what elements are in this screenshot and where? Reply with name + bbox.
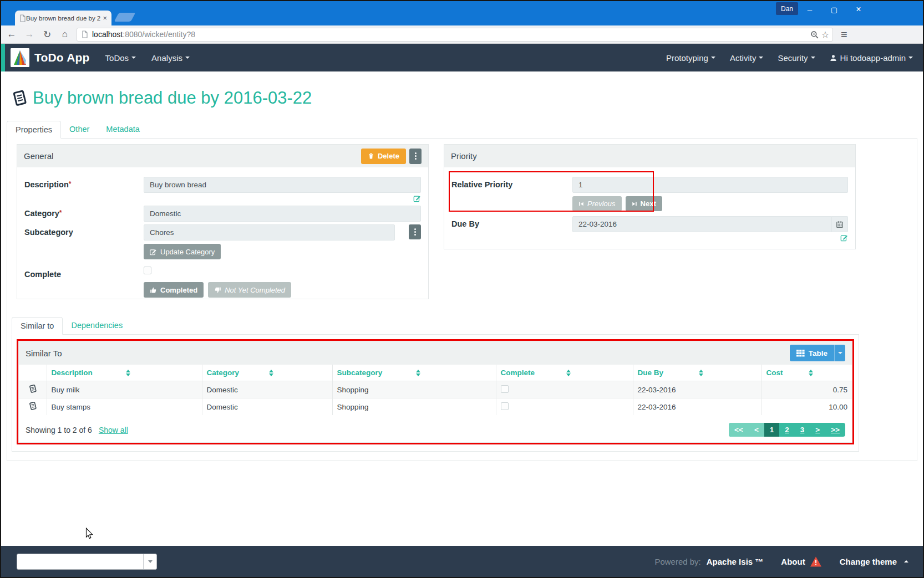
mouse-cursor	[85, 528, 93, 539]
cell-description[interactable]: Buy stamps	[47, 398, 202, 416]
page-3[interactable]: 3	[795, 423, 810, 437]
browser-window: Buy brown bread due by 2 × Dan – ▢ × ← →…	[0, 0, 924, 578]
sort-icon	[809, 370, 847, 376]
select-dropdown[interactable]	[143, 554, 156, 569]
page-last[interactable]: >>	[825, 423, 845, 437]
similar-to-header: Similar To Table	[19, 341, 852, 365]
required-mark: *	[59, 209, 62, 217]
forward-icon[interactable]: →	[22, 29, 37, 40]
todo-note-icon	[28, 401, 37, 411]
menu-analysis[interactable]: Analysis	[151, 53, 190, 63]
profile-badge[interactable]: Dan	[776, 2, 798, 15]
url-bar[interactable]: localhost:8080/wicket/entity?8 ☆	[77, 28, 833, 42]
category-field[interactable]	[144, 206, 421, 222]
column-subcategory[interactable]: Subcategory	[332, 365, 496, 381]
page-prev[interactable]: <	[749, 423, 764, 437]
delete-button[interactable]: Delete	[361, 149, 406, 164]
sort-icon	[699, 370, 757, 376]
table-view-dropdown[interactable]	[834, 345, 845, 361]
tab-similar-to[interactable]: Similar to	[12, 317, 63, 335]
page-content: Buy brown bread due by 2016-03-22 Proper…	[1, 88, 923, 565]
complete-checkbox[interactable]	[144, 267, 151, 274]
sort-icon	[416, 370, 491, 376]
maximize-button[interactable]: ▢	[823, 1, 845, 18]
caret-down-icon	[131, 57, 136, 59]
thumbs-down-icon	[214, 287, 221, 294]
zoom-icon[interactable]	[810, 30, 819, 39]
reload-icon[interactable]: ↻	[40, 29, 54, 40]
cell-complete	[496, 398, 633, 416]
previous-button[interactable]: Previous	[572, 196, 622, 211]
edit-description-icon[interactable]	[413, 195, 421, 204]
browser-tab[interactable]: Buy brown bread due by 2 ×	[15, 11, 111, 25]
menu-todos[interactable]: ToDos	[105, 53, 136, 63]
subcategory-field[interactable]	[144, 224, 395, 241]
caret-up-icon	[904, 560, 908, 562]
pagination: << < 1 2 3 > >>	[729, 423, 845, 437]
cell-category: Domestic	[202, 381, 332, 398]
edit-due-by-icon[interactable]	[840, 234, 848, 244]
page-2[interactable]: 2	[779, 423, 795, 437]
calendar-addon[interactable]	[832, 216, 848, 232]
caret-down-icon	[759, 57, 763, 59]
new-tab-button[interactable]	[114, 13, 136, 22]
show-all-link[interactable]: Show all	[99, 426, 128, 434]
menu-security[interactable]: Security	[778, 53, 815, 63]
warning-icon	[810, 556, 822, 567]
app-brand[interactable]: ToDo App	[11, 48, 90, 67]
entity-tabs: Properties Other Metadata	[7, 120, 917, 139]
todo-note-icon	[28, 384, 37, 393]
column-description[interactable]: Description	[47, 365, 202, 381]
menu-activity[interactable]: Activity	[730, 53, 764, 63]
tab-other[interactable]: Other	[61, 121, 98, 139]
tab-properties[interactable]: Properties	[7, 121, 61, 139]
description-field[interactable]	[144, 177, 421, 193]
cell-description[interactable]: Buy milk	[47, 381, 202, 398]
required-mark: *	[69, 180, 72, 188]
minimize-button[interactable]: –	[799, 1, 821, 18]
page-first[interactable]: <<	[729, 423, 749, 437]
tab-dependencies[interactable]: Dependencies	[63, 317, 131, 335]
row-complete-checkbox	[501, 385, 509, 393]
url-text: localhost:8080/wicket/entity?8	[92, 30, 808, 39]
menu-user[interactable]: Hi todoapp-admin	[830, 53, 913, 63]
column-due-by[interactable]: Due By	[633, 365, 761, 381]
column-category[interactable]: Category	[202, 365, 332, 381]
page-icon	[82, 30, 88, 38]
table-icon	[796, 350, 805, 357]
tab-metadata[interactable]: Metadata	[98, 121, 148, 139]
page-next[interactable]: >	[810, 423, 825, 437]
column-cost[interactable]: Cost	[761, 365, 852, 381]
bookmark-star-icon[interactable]: ☆	[821, 29, 829, 40]
change-theme-link[interactable]: Change theme	[840, 557, 908, 566]
table-row[interactable]: Buy stamps Domestic Shopping 22-03-2016 …	[19, 398, 852, 416]
tab-close-icon[interactable]: ×	[101, 14, 108, 22]
back-icon[interactable]: ←	[4, 29, 19, 40]
about-link[interactable]: About	[781, 556, 821, 567]
home-icon[interactable]: ⌂	[58, 29, 72, 40]
relative-priority-field[interactable]	[572, 177, 848, 193]
tab-title: Buy brown bread due by 2	[26, 15, 101, 22]
footer-select[interactable]	[17, 554, 157, 570]
powered-by-value[interactable]: Apache Isis ™	[707, 557, 764, 566]
powered-by: Powered by:Apache Isis ™	[654, 557, 763, 566]
cell-cost: 0.75	[761, 381, 852, 398]
not-yet-completed-button[interactable]: Not Yet Completed	[208, 282, 291, 298]
due-by-field[interactable]	[572, 216, 832, 232]
subcategory-actions-button[interactable]	[409, 224, 421, 239]
navbar-right: Prototyping Activity Security Hi todoapp…	[652, 53, 913, 63]
update-category-button[interactable]: Update Category	[144, 244, 221, 259]
page-title: Buy brown bread due by 2016-03-22	[11, 88, 923, 108]
general-actions-button[interactable]	[409, 149, 422, 164]
column-complete[interactable]: Complete	[496, 365, 633, 381]
menu-prototyping[interactable]: Prototyping	[666, 53, 715, 63]
table-row[interactable]: Buy milk Domestic Shopping 22-03-2016 0.…	[19, 381, 852, 398]
calendar-icon	[836, 221, 844, 228]
completed-button[interactable]: Completed	[144, 282, 204, 298]
page-1[interactable]: 1	[764, 423, 780, 437]
browser-menu-icon[interactable]: ≡	[841, 28, 847, 41]
table-view-button[interactable]: Table	[790, 345, 845, 361]
next-button[interactable]: Next	[626, 196, 662, 211]
close-button[interactable]: ×	[847, 1, 870, 18]
cell-due-by: 22-03-2016	[633, 398, 761, 416]
